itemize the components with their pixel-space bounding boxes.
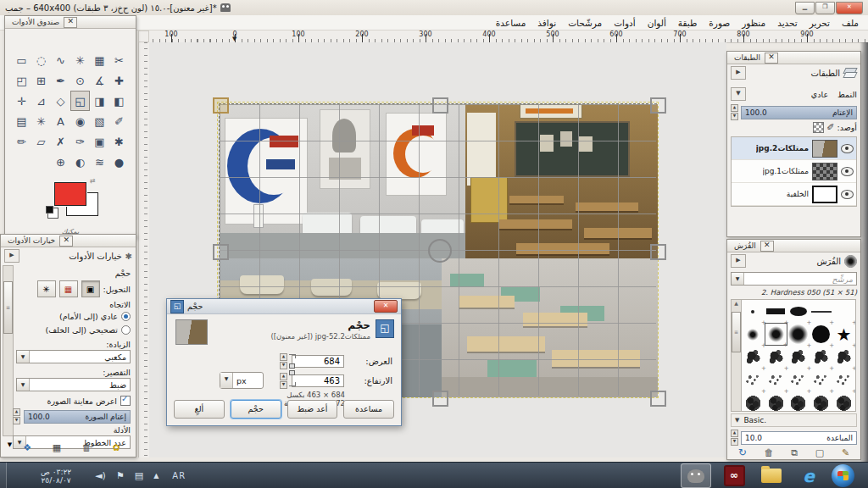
brush-star[interactable]: ★: [832, 323, 855, 346]
brush-hardness-100[interactable]: [810, 323, 832, 346]
brush-splatter-5[interactable]: [832, 346, 855, 369]
brush-spacing-field[interactable]: المباعدة 10.0: [741, 431, 857, 445]
brush-spray-5[interactable]: [832, 369, 855, 391]
scale-dialog-title-bar[interactable]: ◱ حجْم ✕: [167, 299, 401, 314]
brush-texture-5[interactable]: [832, 391, 855, 412]
brushes-title-bar[interactable]: الفُرَش ✕: [727, 240, 860, 252]
tool-foreground-select[interactable]: ◰: [12, 70, 31, 91]
clipping-combo[interactable]: ضبط ▼: [16, 378, 131, 391]
height-input[interactable]: 463: [292, 374, 344, 387]
tool-smudge[interactable]: ≋: [90, 152, 109, 172]
tool-airbrush[interactable]: ✗: [51, 131, 70, 152]
menu-item-tools[interactable]: أدوات: [608, 17, 641, 29]
width-input[interactable]: 684: [292, 355, 344, 368]
help-button[interactable]: مساعدة: [343, 400, 394, 419]
tool-pencil[interactable]: ✐: [109, 111, 129, 131]
menu-item-layer[interactable]: طبقة: [672, 17, 703, 29]
width-spinner[interactable]: ▲▼: [280, 353, 287, 369]
tool-move[interactable]: ✚: [109, 70, 129, 91]
toolbox-title-bar[interactable]: صندوق الأدوات ✕: [5, 16, 136, 29]
show-hidden-icons-button[interactable]: ▲: [153, 472, 159, 480]
scale-handle-top-middle[interactable]: [432, 97, 448, 114]
scale-pivot-marker[interactable]: [428, 239, 452, 263]
brush-hardness-075[interactable]: [787, 323, 810, 346]
scale-handle-top-left[interactable]: [213, 97, 229, 114]
cancel-button[interactable]: ألغِ: [174, 400, 225, 419]
volume-icon[interactable]: ◄): [95, 470, 106, 481]
scale-dialog-close-icon[interactable]: ✕: [374, 300, 398, 313]
chain-link-icon[interactable]: [287, 354, 296, 386]
layer-mode-dropdown-icon[interactable]: ▼: [731, 87, 746, 101]
save-options-icon[interactable]: ✿: [112, 442, 120, 453]
scale-handle-bottom-middle[interactable]: [432, 391, 448, 407]
foreground-color-swatch[interactable]: [54, 182, 86, 206]
menu-item-file[interactable]: ملف: [836, 17, 865, 29]
brush-empty[interactable]: [832, 300, 855, 323]
interpolation-combo[interactable]: مكعبي ▼: [16, 350, 131, 363]
brush-hardness-025[interactable]: [742, 323, 765, 346]
brushes-close-icon[interactable]: ✕: [760, 241, 774, 252]
reset-button[interactable]: أعد ضبط: [287, 400, 338, 419]
default-colors-icon[interactable]: [47, 208, 58, 219]
layer-opacity-slider[interactable]: الإعتام 100.0: [741, 106, 857, 119]
tool-rect-select[interactable]: ▭: [12, 50, 31, 70]
brushes-menu-button[interactable]: ▶: [731, 254, 746, 268]
scale-handle-middle-right[interactable]: [650, 244, 666, 260]
direction-corrective-row[interactable]: تصحيحي (إلى الخلف): [16, 325, 131, 335]
taskbar-gimp-button[interactable]: [681, 463, 711, 488]
brush-ellipse[interactable]: [787, 300, 810, 323]
layer-visibility-eye-icon[interactable]: [841, 144, 854, 153]
tool-blur[interactable]: ●: [109, 152, 129, 172]
menu-item-filters[interactable]: مرشّحات: [562, 17, 608, 29]
lock-alpha-icon[interactable]: [813, 122, 824, 133]
tool-image[interactable]: ▤: [12, 111, 31, 131]
scale-button[interactable]: حجْم: [231, 400, 281, 419]
tool-clone[interactable]: ▣: [90, 131, 109, 152]
tool-gradient[interactable]: ▧: [90, 111, 109, 131]
scale-handle-top-right[interactable]: [650, 97, 666, 114]
show-desktop-button[interactable]: [0, 463, 7, 488]
brush-dot[interactable]: [742, 300, 765, 323]
tool-free-select[interactable]: ∿: [51, 50, 70, 70]
swap-colors-icon[interactable]: ⇄: [90, 177, 96, 185]
radio-normal-icon[interactable]: [121, 312, 131, 321]
layer-row[interactable]: ممتلكات2.jpg: [732, 137, 856, 160]
unit-dropdown-icon[interactable]: ▼: [220, 373, 233, 388]
direction-normal-row[interactable]: عادي (إلى الأمام): [16, 312, 131, 321]
unit-combo[interactable]: px ▼: [220, 372, 264, 389]
taskbar-clock[interactable]: ٠٣:٢٢ ص ٢٥/٠٨/٠٧: [41, 468, 71, 485]
tool-options-menu-button[interactable]: ▶: [4, 249, 19, 263]
horizontal-ruler[interactable]: 1000100200300400500600700800900▼: [138, 30, 868, 43]
tool-paintbrush[interactable]: ✏: [12, 131, 31, 152]
layer-visibility-eye-icon[interactable]: [841, 167, 854, 176]
brush-splatter-3[interactable]: [787, 346, 810, 369]
tool-heal[interactable]: ⊕: [51, 152, 70, 172]
brush-line[interactable]: [810, 300, 832, 323]
taskbar-ie-button[interactable]: e: [794, 464, 823, 487]
refresh-brushes-icon[interactable]: ↻: [738, 446, 747, 458]
transform-path-button[interactable]: ✳: [37, 280, 56, 297]
image-opacity-spinner[interactable]: ▲▼: [13, 408, 20, 424]
brush-spray-4[interactable]: [810, 369, 832, 391]
tool-ellipse-select[interactable]: ◌: [31, 50, 51, 70]
close-button[interactable]: ✕: [836, 2, 863, 14]
brush-texture-1[interactable]: [742, 391, 765, 412]
tool-options-close-icon[interactable]: ✕: [59, 236, 73, 247]
menu-item-colors[interactable]: ألوان: [642, 17, 672, 29]
lock-pixels-icon[interactable]: ✐: [826, 122, 834, 133]
tool-color-picker[interactable]: ✒: [51, 70, 70, 91]
tool-bucket-fill[interactable]: ◉: [70, 111, 90, 131]
brush-block[interactable]: [765, 300, 787, 323]
restore-button[interactable]: ❐: [815, 2, 835, 14]
minimize-button[interactable]: ▁: [795, 2, 815, 14]
brush-texture-2[interactable]: [765, 391, 787, 412]
tool-align[interactable]: ⊞: [31, 70, 51, 91]
brush-spray-2[interactable]: [765, 369, 787, 391]
tool-shear[interactable]: ⊿: [31, 91, 51, 111]
title-bar[interactable]: *[غير معنون]-١٥.٠ (لون ح‌خ‌ز، ٣ طبقات) 6…: [0, 0, 868, 15]
taskbar-recorder-button[interactable]: ∞: [720, 464, 748, 487]
tool-eraser[interactable]: ▱: [31, 131, 51, 152]
brush-hardness-050[interactable]: [765, 323, 787, 346]
tool-paths[interactable]: ✳: [31, 111, 51, 131]
menu-item-edit[interactable]: تحرير: [804, 17, 836, 29]
